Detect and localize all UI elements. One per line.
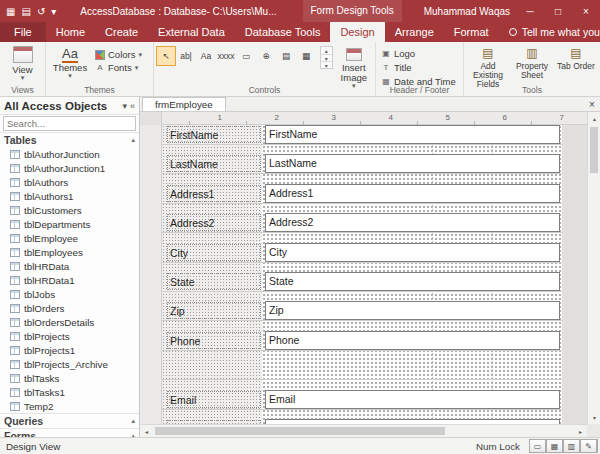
nav-table-item[interactable]: tblProjects [0,329,139,343]
horizontal-scrollbar[interactable]: ◂ ▸ [140,424,587,437]
minimize-button[interactable]: ─ [516,0,544,22]
nav-table-item[interactable]: tblHRData1 [0,273,139,287]
design-view-icon[interactable]: ✎ [580,439,598,453]
field-label[interactable]: State [167,273,261,290]
scroll-down-icon[interactable]: ▾ [588,411,600,424]
field-textbox[interactable]: State [265,272,560,291]
view-button[interactable]: View ▾ [2,44,43,81]
nav-table-item[interactable]: tblEmployees [0,245,139,259]
fonts-button[interactable]: A Fonts ▾ [92,61,145,74]
ribbon-tab[interactable]: Arrange [385,22,444,42]
ribbon-tab[interactable]: Home [46,22,95,42]
table-icon [10,220,20,229]
grid-line [162,173,562,174]
form-title-button[interactable]: T Title [378,61,461,74]
nav-table-item[interactable]: tblEmployee [0,231,139,245]
nav-dropdown-icon[interactable]: ▾ [122,101,127,111]
field-textbox[interactable]: Address1 [265,184,560,203]
gallery-more-icon[interactable]: ▾ [321,61,332,68]
combo-box-icon[interactable]: ▤ [276,46,296,66]
property-sheet-button[interactable]: ▥ Property Sheet [510,44,554,89]
nav-table-item[interactable]: tblProjects1 [0,343,139,357]
nav-table-item[interactable]: tblAuthorJunction [0,147,139,161]
label-icon[interactable]: Aa [196,46,216,66]
nav-table-item[interactable]: tblCustomers [0,203,139,217]
field-label[interactable]: Phone [167,332,261,349]
field-textbox[interactable]: City [265,243,560,262]
themes-button[interactable]: Aa Themes ▾ [48,44,92,84]
undo-icon[interactable]: ↺ [37,6,45,17]
tab-control-icon[interactable]: ▭ [236,46,256,66]
layout-view-icon[interactable]: ▥ [563,439,581,453]
logo-button[interactable]: ▣ Logo [378,47,461,60]
horizontal-scroll-thumb[interactable] [155,427,445,435]
grid-line [162,379,562,380]
document-close-icon[interactable]: × [584,97,600,111]
tables-collapse-icon[interactable]: ▴ [131,136,135,144]
signed-in-user[interactable]: Muhammad Waqas [424,6,510,17]
insert-image-button[interactable]: Insert Image ▾ [335,46,373,89]
nav-section-forms[interactable]: Forms ▴ [0,428,139,437]
field-textbox[interactable]: Phone [265,331,560,350]
nav-table-item[interactable]: Temp2 [0,399,139,413]
nav-section-tables[interactable]: Tables ▴ [0,132,139,147]
field-label[interactable]: LastName [167,155,261,172]
colors-button[interactable]: Colors ▾ [92,48,145,61]
text-box-icon[interactable]: ab| [176,46,196,66]
vertical-scrollbar[interactable]: ▴ ▾ [587,112,600,424]
nav-collapse-icon[interactable]: « [130,101,135,111]
field-textbox[interactable]: FirstName [265,125,560,144]
select-pointer-icon[interactable]: ↖ [156,46,176,66]
gallery-up-icon[interactable]: ▴ [321,47,332,54]
field-label[interactable]: Zip [167,302,261,319]
field-label[interactable]: City [167,244,261,261]
nav-table-item[interactable]: tblAuthorJunction1 [0,161,139,175]
check-box-icon[interactable]: ▦ [296,46,316,66]
gallery-down-icon[interactable]: ▾ [321,54,332,61]
button-icon[interactable]: xxxx [216,46,236,66]
ribbon-tab[interactable]: External Data [148,22,235,42]
field-textbox[interactable]: Email [265,390,560,409]
nav-table-item[interactable]: tblHRData [0,259,139,273]
save-icon[interactable]: ▤ [21,6,30,17]
vertical-scroll-thumb[interactable] [590,127,598,173]
field-textbox[interactable]: LastName [265,154,560,173]
nav-table-item[interactable]: tblDepartments [0,217,139,231]
nav-table-item[interactable]: tblOrders [0,301,139,315]
ribbon-tab[interactable]: File [0,22,46,42]
controls-gallery-scroll[interactable]: ▴ ▾ ▾ [320,46,333,69]
ribbon-tab[interactable]: Create [95,22,148,42]
nav-table-item[interactable]: tblOrdersDetails [0,315,139,329]
search-input[interactable] [4,118,140,130]
queries-collapse-icon[interactable]: ▴ [131,417,135,425]
nav-table-item[interactable]: tblAuthors [0,175,139,189]
field-label[interactable]: Address1 [167,185,261,202]
nav-table-item[interactable]: tblProjects_Archive [0,357,139,371]
datasheet-view-icon[interactable]: ▦ [546,439,564,453]
hyperlink-icon[interactable]: ⊕ [256,46,276,66]
nav-table-item[interactable]: tblTasks [0,371,139,385]
add-existing-fields-button[interactable]: ▤ Add Existing Fields [466,44,510,89]
nav-table-item[interactable]: tblTasks1 [0,385,139,399]
close-button[interactable]: × [572,0,600,22]
field-label[interactable]: Address2 [167,214,261,231]
ribbon-tab[interactable]: Design [330,22,384,42]
tell-me-box[interactable]: Tell me what you want to do [509,22,600,42]
ribbon-tab[interactable]: Format [444,22,499,42]
field-label[interactable]: Email [167,391,261,408]
ribbon-group-tools: ▤ Add Existing Fields ▥ Property Sheet ▤… [464,42,600,96]
tab-order-button[interactable]: ▤ Tab Order [554,44,598,89]
field-textbox[interactable]: Address2 [265,213,560,232]
qat-dropdown-icon[interactable]: ▾ [51,6,56,17]
maximize-button[interactable]: □ [544,0,572,22]
nav-table-item[interactable]: tblJobs [0,287,139,301]
nav-section-queries[interactable]: Queries ▴ [0,413,139,428]
nav-table-item[interactable]: tblAuthors1 [0,189,139,203]
field-textbox[interactable]: Zip [265,301,560,320]
form-detail-grid[interactable]: FirstName FirstName LastName LastName [162,125,562,424]
field-label[interactable]: FirstName [167,126,261,143]
ribbon-tab[interactable]: Database Tools [235,22,331,42]
form-view-icon[interactable]: ▭ [529,439,547,453]
scroll-up-icon[interactable]: ▴ [588,112,600,125]
document-tab-frmEmployee[interactable]: frmEmployee [142,97,226,111]
